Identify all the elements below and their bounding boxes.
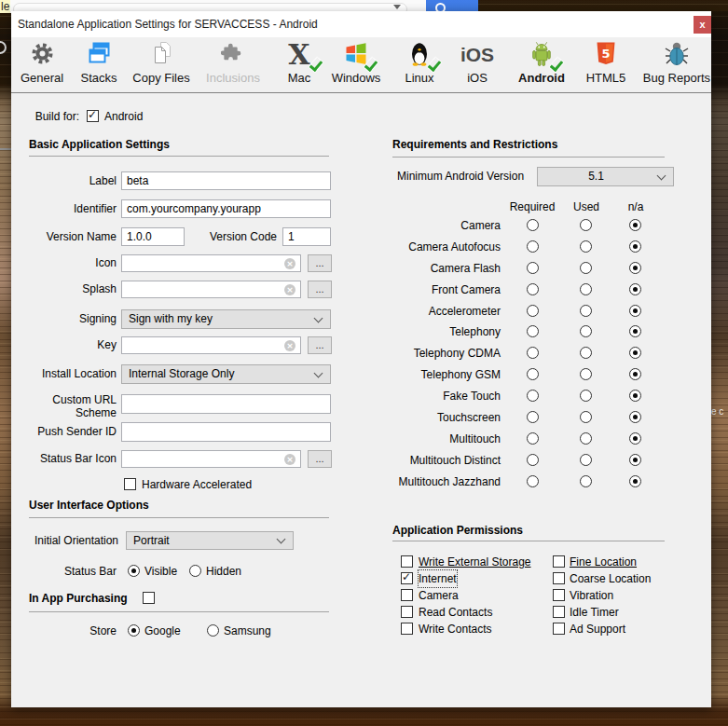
camera-checkbox[interactable] bbox=[401, 589, 413, 601]
required-radio[interactable] bbox=[527, 390, 539, 402]
used-radio[interactable] bbox=[580, 432, 592, 445]
perm-row: Camera Vibration bbox=[401, 587, 680, 604]
hardware-accelerated-label: Hardware Accelerated bbox=[142, 478, 252, 491]
required-radio[interactable] bbox=[527, 305, 539, 317]
req-row-camera: Camera bbox=[319, 215, 666, 236]
signing-dropdown[interactable]: Sign with my key bbox=[121, 309, 331, 329]
push-sender-id-input[interactable] bbox=[121, 422, 331, 442]
status-bar-label: Status Bar bbox=[11, 565, 117, 578]
na-radio[interactable] bbox=[629, 240, 641, 253]
basic-settings-rule bbox=[29, 156, 329, 157]
install-location-dropdown[interactable]: Internal Storage Only bbox=[121, 364, 331, 384]
na-radio[interactable] bbox=[629, 475, 641, 487]
used-radio[interactable] bbox=[580, 262, 592, 274]
fine-location-checkbox[interactable] bbox=[553, 555, 565, 568]
vibration-checkbox[interactable] bbox=[553, 589, 565, 601]
iap-checkbox[interactable] bbox=[143, 592, 155, 604]
na-radio[interactable] bbox=[629, 219, 641, 231]
internet-checkbox[interactable] bbox=[401, 572, 413, 584]
build-for-android-checkbox[interactable] bbox=[87, 110, 99, 122]
na-radio[interactable] bbox=[629, 325, 641, 337]
required-radio[interactable] bbox=[527, 475, 539, 487]
required-radio[interactable] bbox=[527, 432, 539, 445]
hardware-accelerated-checkbox[interactable] bbox=[124, 478, 136, 490]
clear-icon[interactable]: × bbox=[284, 284, 295, 295]
label-input[interactable] bbox=[121, 171, 331, 190]
splash-input[interactable] bbox=[121, 281, 301, 298]
ui-options-header: User Interface Options bbox=[29, 499, 149, 512]
used-radio[interactable] bbox=[580, 305, 592, 317]
used-radio[interactable] bbox=[580, 411, 592, 423]
na-radio[interactable] bbox=[629, 347, 641, 359]
used-radio[interactable] bbox=[580, 368, 592, 380]
permissions-rule bbox=[392, 541, 665, 541]
used-radio[interactable] bbox=[580, 475, 592, 487]
store-samsung-label: Samsung bbox=[224, 624, 271, 637]
status-bar-icon-input[interactable] bbox=[121, 450, 301, 468]
used-radio[interactable] bbox=[580, 219, 592, 231]
read-contacts-checkbox[interactable] bbox=[401, 606, 413, 618]
required-radio[interactable] bbox=[527, 219, 539, 231]
used-radio[interactable] bbox=[580, 390, 592, 402]
used-radio[interactable] bbox=[580, 454, 592, 466]
key-input[interactable] bbox=[121, 336, 301, 354]
na-radio[interactable] bbox=[629, 262, 641, 274]
required-radio[interactable] bbox=[527, 347, 539, 359]
permissions-header: Application Permissions bbox=[392, 524, 523, 537]
custom-url-scheme-input[interactable] bbox=[121, 394, 331, 414]
status-bar-hidden-radio[interactable] bbox=[189, 565, 201, 577]
req-row-front-camera: Front Camera bbox=[319, 280, 666, 300]
write-contacts-checkbox[interactable] bbox=[401, 623, 413, 635]
store-google-label: Google bbox=[144, 624, 181, 637]
dropdown-caret-icon[interactable] bbox=[393, 5, 401, 9]
used-radio[interactable] bbox=[580, 240, 592, 253]
used-radio[interactable] bbox=[580, 325, 592, 337]
identifier-input[interactable] bbox=[121, 199, 331, 218]
req-row-telephony-gsm: Telephony GSM bbox=[319, 364, 666, 385]
idle-timer-checkbox[interactable] bbox=[553, 606, 565, 618]
icon-input[interactable] bbox=[121, 254, 301, 272]
required-radio[interactable] bbox=[527, 325, 539, 337]
toolbar: General Stacks Copy Files Inclusions X ✓… bbox=[11, 37, 711, 93]
clear-icon[interactable]: × bbox=[284, 454, 295, 465]
write-external-storage-checkbox[interactable] bbox=[401, 555, 413, 568]
na-radio[interactable] bbox=[629, 454, 641, 466]
na-radio[interactable] bbox=[629, 390, 641, 402]
coarse-location-checkbox[interactable] bbox=[553, 572, 565, 584]
required-radio[interactable] bbox=[527, 240, 539, 253]
na-radio[interactable] bbox=[629, 368, 641, 380]
signing-field-label: Signing bbox=[11, 309, 117, 329]
clear-icon[interactable]: × bbox=[284, 340, 295, 351]
min-android-version-dropdown[interactable]: 5.1 bbox=[537, 167, 674, 186]
install-location-label: Install Location bbox=[11, 364, 117, 384]
iap-header: In App Purchasing bbox=[29, 592, 128, 605]
required-radio[interactable] bbox=[527, 411, 539, 423]
copy-files-icon bbox=[149, 41, 174, 69]
na-radio[interactable] bbox=[629, 305, 641, 317]
status-bar-visible-radio[interactable] bbox=[128, 565, 140, 577]
required-radio[interactable] bbox=[527, 454, 539, 466]
identifier-field-label: Identifier bbox=[11, 199, 117, 218]
status-bar-hidden-label: Hidden bbox=[206, 565, 241, 578]
store-samsung-radio[interactable] bbox=[207, 624, 219, 637]
initial-orientation-dropdown[interactable]: Portrait bbox=[126, 531, 294, 550]
clear-icon[interactable]: × bbox=[284, 258, 295, 269]
store-google-radio[interactable] bbox=[128, 624, 140, 637]
key-field-label: Key bbox=[11, 336, 117, 354]
na-column-header: n/a bbox=[598, 200, 673, 213]
req-row-fake-touch: Fake Touch bbox=[319, 386, 666, 406]
required-radio[interactable] bbox=[527, 283, 539, 295]
ad-support-checkbox[interactable] bbox=[553, 623, 565, 635]
na-radio[interactable] bbox=[629, 432, 641, 445]
required-radio[interactable] bbox=[527, 262, 539, 274]
chevron-down-icon bbox=[277, 535, 286, 544]
used-radio[interactable] bbox=[580, 283, 592, 295]
na-radio[interactable] bbox=[629, 283, 641, 295]
puzzle-piece-icon bbox=[221, 41, 245, 68]
na-radio[interactable] bbox=[629, 411, 641, 423]
required-radio[interactable] bbox=[527, 368, 539, 380]
requirements-rule bbox=[392, 157, 665, 158]
toolbar-item-bug-reports[interactable]: Bug Reports bbox=[632, 39, 721, 85]
close-button[interactable]: x bbox=[694, 16, 711, 34]
used-radio[interactable] bbox=[580, 347, 592, 359]
